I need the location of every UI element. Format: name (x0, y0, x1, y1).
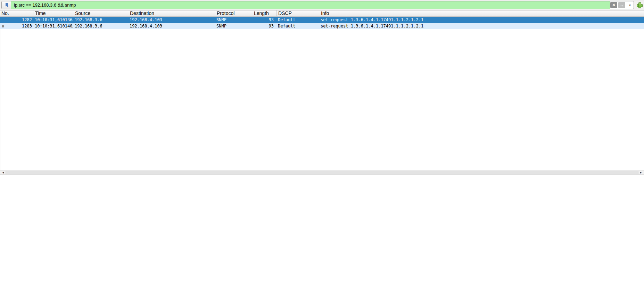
scrollbar-thumb[interactable] (6, 171, 638, 174)
column-header-info[interactable]: Info (319, 10, 644, 16)
scroll-right-arrow-icon[interactable]: ▸ (638, 170, 643, 175)
bookmark-icon (5, 3, 8, 8)
filter-history-dropdown[interactable]: ▾ (626, 1, 634, 9)
column-header-no[interactable]: No. (0, 10, 33, 16)
cell-source: 192.168.3.6 (73, 23, 128, 29)
packet-list-header: No.TimeSourceDestinationProtocolLengthDS… (0, 10, 644, 17)
cell-protocol: SNMP (215, 23, 252, 29)
display-filter-field[interactable]: ip.src == 192.168.3.6 && snmp ✕ → ▾ (1, 1, 634, 9)
column-header-time[interactable]: Time (33, 10, 73, 16)
filter-bookmark-button[interactable] (2, 1, 11, 9)
cell-info: set-request 1.3.6.1.4.1.17491.1.1.2.1.2.… (319, 17, 644, 23)
cell-no: 1282 (0, 17, 33, 23)
cell-length: 93 (252, 23, 276, 29)
cell-time: 10:10:31,610140… (33, 23, 73, 29)
arrow-right-icon: → (620, 2, 624, 8)
cell-destination: 192.168.4.103 (128, 23, 215, 29)
cell-time: 10:10:31,610136… (33, 17, 73, 23)
column-header-protocol[interactable]: Protocol (215, 10, 252, 16)
column-header-length[interactable]: Length (252, 10, 276, 16)
display-filter-input[interactable]: ip.src == 192.168.3.6 && snmp (11, 1, 610, 9)
column-header-source[interactable]: Source (73, 10, 128, 16)
cell-protocol: SNMP (215, 17, 252, 23)
display-filter-toolbar: ip.src == 192.168.3.6 && snmp ✕ → ▾ (0, 0, 644, 10)
scroll-left-arrow-icon[interactable]: ◂ (1, 170, 6, 175)
filter-clear-button[interactable]: ✕ (610, 2, 617, 8)
column-header-dscp[interactable]: DSCP (276, 10, 319, 16)
cell-dscp: Default (276, 17, 319, 23)
close-icon: ✕ (612, 3, 615, 7)
cell-destination: 192.168.4.103 (128, 17, 215, 23)
display-filter-text: ip.src == 192.168.3.6 && snmp (14, 2, 76, 8)
packet-row-1282[interactable]: 128210:10:31,610136…192.168.3.6192.168.4… (0, 17, 644, 23)
packet-details-pane (0, 175, 644, 282)
filter-apply-button[interactable]: → (618, 2, 625, 8)
cell-no: 1283 (0, 23, 33, 29)
cell-source: 192.168.3.6 (73, 17, 128, 23)
wireshark-window: ip.src == 192.168.3.6 && snmp ✕ → ▾ No.T… (0, 0, 644, 282)
conversation-start-icon (3, 20, 7, 23)
column-header-destination[interactable]: Destination (128, 10, 215, 16)
packet-row-1283[interactable]: 128310:10:31,610140…192.168.3.6192.168.4… (0, 23, 644, 29)
packet-list: 128210:10:31,610136…192.168.3.6192.168.4… (0, 17, 644, 29)
cell-length: 93 (252, 17, 276, 23)
packet-list-hscrollbar[interactable]: ◂ ▸ (0, 170, 644, 175)
related-dot-icon (2, 25, 4, 27)
add-filter-button[interactable] (636, 2, 643, 8)
chevron-down-icon: ▾ (629, 3, 631, 7)
conversation-related-icon (3, 23, 3, 26)
cell-info: set-request 1.3.6.1.4.1.17491.1.1.2.1.2.… (319, 23, 644, 29)
cell-dscp: Default (276, 23, 319, 29)
